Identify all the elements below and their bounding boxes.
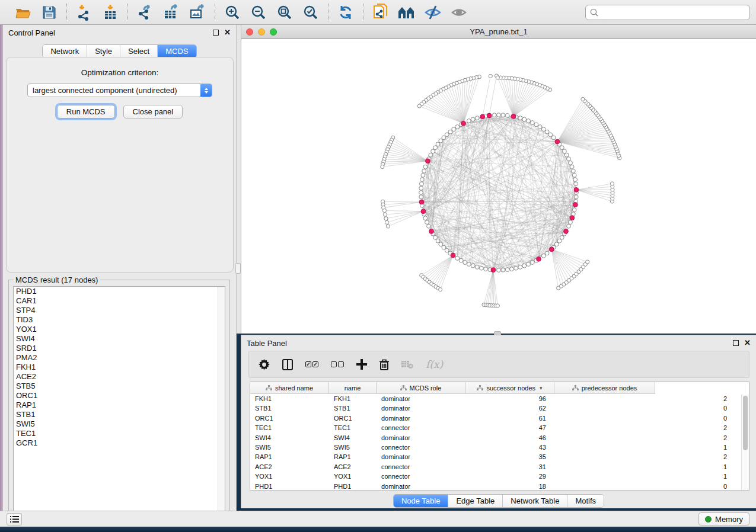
hide-selected-icon[interactable] (424, 4, 442, 21)
graph-node[interactable] (420, 178, 424, 182)
graph-node[interactable] (422, 169, 426, 173)
tab-network-table[interactable]: Network Table (502, 495, 567, 507)
graph-node[interactable] (560, 146, 564, 150)
mcds-hub-node[interactable] (429, 229, 434, 234)
graph-node[interactable] (610, 182, 614, 185)
column-header-successor-nodes[interactable]: successor nodes▾ (465, 382, 554, 394)
graph-node[interactable] (574, 195, 578, 199)
graph-node[interactable] (423, 216, 428, 220)
zoom-out-icon[interactable] (250, 4, 267, 21)
tab-select[interactable]: Select (120, 45, 157, 57)
graph-node[interactable] (452, 127, 456, 132)
graph-node[interactable] (419, 186, 423, 190)
tab-style[interactable]: Style (87, 45, 120, 57)
graph-node[interactable] (431, 149, 435, 153)
graph-node[interactable] (567, 224, 571, 228)
table-row[interactable]: ORC1ORC1dominator610 (250, 414, 749, 423)
graph-node[interactable] (496, 76, 499, 79)
mcds-result-item[interactable]: ACE2 (14, 372, 225, 382)
export-table-icon[interactable] (162, 4, 180, 21)
export-network-icon[interactable] (136, 4, 154, 21)
graph-node[interactable] (554, 242, 559, 246)
graph-node[interactable] (439, 242, 443, 246)
settings-gear-icon[interactable] (259, 359, 270, 370)
graph-node[interactable] (427, 224, 431, 228)
graph-node[interactable] (572, 208, 576, 212)
table-row[interactable]: RAP1RAP1dominator352 (250, 452, 749, 462)
export-image-icon[interactable] (189, 4, 206, 21)
optimization-criterion-select[interactable]: largest connected component (undirected) (27, 84, 212, 97)
run-mcds-button[interactable]: Run MCDS (57, 105, 115, 118)
float-panel-icon[interactable] (213, 30, 219, 36)
float-panel-icon[interactable] (733, 340, 739, 346)
mcds-result-item[interactable]: TEC1 (14, 429, 225, 438)
graph-node[interactable] (563, 149, 567, 153)
table-row[interactable]: YOX1YOX1connector291 (250, 472, 749, 481)
graph-node[interactable] (573, 178, 578, 182)
graph-node[interactable] (471, 117, 475, 121)
mcds-result-item[interactable]: STP4 (14, 306, 225, 315)
mcds-hub-node[interactable] (421, 209, 426, 214)
close-panel-icon[interactable]: ✕ (744, 340, 751, 346)
column-sort-icon[interactable]: ▾ (540, 385, 543, 391)
table-scrollbar[interactable] (741, 395, 749, 491)
graph-node[interactable] (545, 251, 549, 255)
mcds-result-item[interactable]: PHD1 (14, 287, 225, 296)
mcds-result-item[interactable]: TID3 (14, 315, 225, 325)
mcds-hub-node[interactable] (549, 247, 554, 252)
graph-node[interactable] (479, 266, 483, 270)
open-file-icon[interactable] (14, 4, 32, 21)
graph-node[interactable] (471, 264, 475, 268)
vertical-splitter[interactable] (237, 25, 241, 334)
graph-node[interactable] (455, 257, 460, 261)
graph-node[interactable] (448, 130, 452, 134)
graph-node[interactable] (385, 220, 389, 224)
show-all-icon[interactable] (450, 4, 468, 21)
mcds-hub-node[interactable] (555, 139, 560, 144)
graph-node[interactable] (419, 182, 423, 186)
graph-node[interactable] (433, 146, 438, 150)
graph-node[interactable] (381, 165, 384, 168)
graph-node[interactable] (442, 245, 446, 249)
mcds-list-scrollbar[interactable] (218, 287, 225, 521)
zoom-fit-icon[interactable] (276, 4, 294, 21)
close-panel-button[interactable]: Close panel (123, 105, 183, 118)
mcds-result-item[interactable]: GCR1 (14, 438, 225, 448)
select-all-checkboxes-icon[interactable]: ✓✓ (305, 361, 318, 367)
mcds-result-list[interactable]: PHD1CAR1STP4TID3YOX1SWI4SRD1PMA2FKH1ACE2… (13, 286, 225, 522)
graph-node[interactable] (433, 235, 438, 239)
mcds-hub-node[interactable] (537, 257, 541, 261)
graph-node[interactable] (530, 261, 534, 265)
graph-node[interactable] (384, 217, 388, 220)
graph-node[interactable] (557, 239, 562, 243)
import-network-icon[interactable] (75, 4, 93, 21)
graph-node[interactable] (564, 153, 569, 157)
graph-node[interactable] (541, 254, 546, 258)
graph-node[interactable] (475, 265, 479, 269)
mcds-hub-node[interactable] (419, 200, 424, 204)
graph-node[interactable] (445, 133, 449, 137)
mcds-hub-node[interactable] (511, 114, 516, 119)
table-row[interactable]: SWI4SWI4dominator462 (250, 433, 749, 443)
graph-node[interactable] (572, 173, 576, 177)
column-header-MCDS-role[interactable]: MCDS role (377, 382, 465, 394)
search-input[interactable] (601, 8, 745, 17)
column-header-predecessor-nodes[interactable]: predecessor nodes (554, 382, 655, 394)
mcds-result-item[interactable]: SWI5 (14, 419, 225, 429)
graph-node[interactable] (560, 235, 564, 239)
tab-node-table[interactable]: Node Table (394, 495, 448, 507)
new-network-from-selection-icon[interactable] (372, 4, 390, 21)
mcds-hub-node[interactable] (480, 114, 485, 119)
network-graph-canvas[interactable] (241, 39, 756, 334)
mcds-hub-node[interactable] (564, 229, 569, 234)
mcds-result-item[interactable]: SRD1 (14, 344, 225, 353)
graph-node[interactable] (518, 116, 522, 120)
mcds-result-item[interactable]: PMA2 (14, 353, 225, 363)
first-neighbors-icon[interactable] (398, 4, 416, 21)
mcds-result-item[interactable]: RAP1 (14, 400, 225, 410)
table-scrollbar-thumb[interactable] (743, 396, 748, 450)
graph-node[interactable] (489, 74, 492, 78)
mcds-hub-node[interactable] (461, 121, 466, 126)
graph-node[interactable] (417, 104, 421, 108)
mcds-result-item[interactable]: FKH1 (14, 363, 225, 372)
